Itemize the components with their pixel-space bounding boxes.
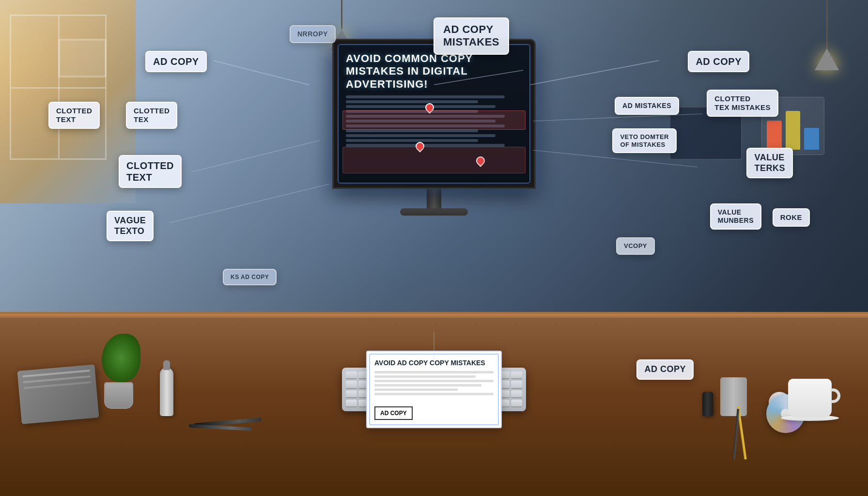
monitor-frame: AVOID COMMON COPY MISTAKES IN DIGITAL AD… bbox=[332, 39, 536, 189]
screen-line bbox=[346, 105, 496, 108]
chart-bar-1 bbox=[767, 121, 782, 150]
doc-line bbox=[374, 388, 458, 391]
label-text-clotted-tr: CLOTTED TEX MISTAKES bbox=[714, 94, 771, 111]
lamp-cord-2 bbox=[826, 0, 828, 48]
monitor-stand-neck bbox=[427, 189, 441, 208]
plant-pot-body bbox=[104, 382, 133, 409]
highlight-row-2 bbox=[342, 147, 526, 173]
screen-title: AVOID COMMON COPY MISTAKES IN DIGITAL AD… bbox=[346, 52, 522, 91]
label-text-clotted-tl2: CLOTTED TEX bbox=[134, 107, 170, 124]
label-text-ad-copy-bottom: AD COPY bbox=[644, 364, 686, 374]
doc-line bbox=[374, 393, 494, 395]
doc-lines bbox=[374, 371, 494, 395]
label-broke-right: ROKE bbox=[773, 208, 810, 227]
highlight-row-1 bbox=[342, 110, 526, 130]
label-text-vague-numbers: VALUE MUNBERS bbox=[718, 208, 754, 224]
keyboard-key[interactable] bbox=[346, 400, 357, 407]
ink-bottle bbox=[702, 392, 713, 416]
doc-title: AVOID AD COPY COPY MISTAKES bbox=[374, 359, 494, 367]
label-ad-mistakes-right: AD MISTAKES bbox=[615, 97, 679, 115]
notebook bbox=[17, 364, 99, 424]
water-bottle bbox=[160, 368, 173, 416]
pencil-cup bbox=[720, 377, 747, 416]
keyboard-key[interactable] bbox=[511, 400, 522, 407]
label-text-ad-copy-tl: AD COPY bbox=[153, 56, 199, 67]
cup-body bbox=[788, 379, 832, 418]
label-text-ad-mistakes-r: AD MISTAKES bbox=[622, 102, 671, 109]
lamp-shade-2 bbox=[815, 48, 839, 70]
window-grid bbox=[10, 15, 107, 160]
keyboard-key[interactable] bbox=[346, 372, 357, 379]
label-clotted-text-right: CLOTTED TEX MISTAKES bbox=[707, 90, 778, 117]
label-text-broke: ROKE bbox=[780, 213, 802, 221]
plant-leaves bbox=[102, 334, 140, 382]
keyboard-key[interactable] bbox=[346, 390, 357, 398]
label-vague-terms-right: VALUE TERKS bbox=[746, 148, 793, 178]
label-text-value-mistakes: VETO DOMTER OF MISTAKES bbox=[620, 133, 669, 148]
label-nrropy: NRROPY bbox=[290, 25, 336, 43]
plant-pot-group bbox=[97, 334, 140, 409]
label-text-ks-ad-copy: KS AD COPY bbox=[231, 274, 269, 280]
label-text-vague-terms: VALUE TERKS bbox=[754, 153, 785, 173]
monitor-container: AVOID COMMON COPY MISTAKES IN DIGITAL AD… bbox=[332, 39, 536, 216]
label-vcopy: VCOPY bbox=[616, 237, 655, 255]
label-ad-copy-bottom: AD COPY bbox=[636, 359, 694, 380]
monitor-stand-base bbox=[400, 208, 468, 216]
doc-line bbox=[374, 384, 481, 387]
label-value-mistakes-right: VETO DOMTER OF MISTAKES bbox=[612, 128, 677, 153]
label-text-vcopy: VCOPY bbox=[624, 242, 647, 249]
screen-line bbox=[346, 139, 478, 142]
lamp-cord-1 bbox=[341, 0, 342, 29]
keyboard-key[interactable] bbox=[511, 390, 522, 398]
label-text-nrropy: NRROPY bbox=[297, 30, 328, 38]
label-text-clotted-bl: CLOTTED TEXT bbox=[126, 160, 174, 183]
monitor-screen: AVOID COMMON COPY MISTAKES IN DIGITAL AD… bbox=[338, 44, 530, 184]
doc-label-box: AD COPY bbox=[374, 406, 413, 420]
main-scene: AVOID COMMON COPY MISTAKES IN DIGITAL AD… bbox=[0, 0, 868, 496]
label-text-ad-copy-tr: AD COPY bbox=[696, 56, 742, 67]
label-clotted-text-bottom-left: CLOTTED TEXT bbox=[119, 155, 182, 188]
lamp-2 bbox=[815, 0, 839, 70]
label-text-ad-copy-mistakes: AD COPY MISTAKES bbox=[443, 23, 499, 48]
label-ad-copy-top-right: AD COPY bbox=[688, 51, 749, 72]
doc-label-text: AD COPY bbox=[380, 410, 407, 417]
chart-bar-2 bbox=[786, 111, 801, 150]
paper-document: AVOID AD COPY COPY MISTAKES AD COPY bbox=[366, 351, 502, 428]
label-text-clotted-tl1: CLOTTED TEXT bbox=[56, 107, 92, 124]
keyboard-key[interactable] bbox=[346, 381, 357, 388]
label-ad-copy-top-left: AD COPY bbox=[145, 51, 207, 72]
chart-bar-3 bbox=[804, 128, 819, 150]
label-ad-copy-mistakes: AD COPY MISTAKES bbox=[434, 17, 509, 55]
label-clotted-text-left-1: CLOTTED TEXT bbox=[48, 102, 100, 129]
label-vague-text-left: VAGUE TEXTO bbox=[107, 211, 154, 241]
wall-frame bbox=[58, 39, 107, 78]
screen-line bbox=[346, 95, 505, 98]
label-ks-ad-copy: KS AD COPY bbox=[223, 269, 277, 285]
doc-line bbox=[374, 375, 476, 378]
keyboard-key[interactable] bbox=[511, 372, 522, 379]
doc-line bbox=[374, 380, 494, 382]
label-text-vague-tl: VAGUE TEXTO bbox=[114, 216, 146, 236]
label-clotted-text-left-2: CLOTTED TEX bbox=[126, 102, 177, 129]
doc-line bbox=[374, 371, 494, 373]
screen-line bbox=[346, 129, 478, 132]
notebook-line bbox=[23, 381, 91, 389]
coffee-cup-group bbox=[781, 379, 839, 421]
keyboard-key[interactable] bbox=[511, 381, 522, 388]
screen-line bbox=[346, 100, 478, 103]
label-vague-numbers-right: VALUE MUNBERS bbox=[710, 203, 761, 230]
screen-line bbox=[346, 134, 496, 137]
